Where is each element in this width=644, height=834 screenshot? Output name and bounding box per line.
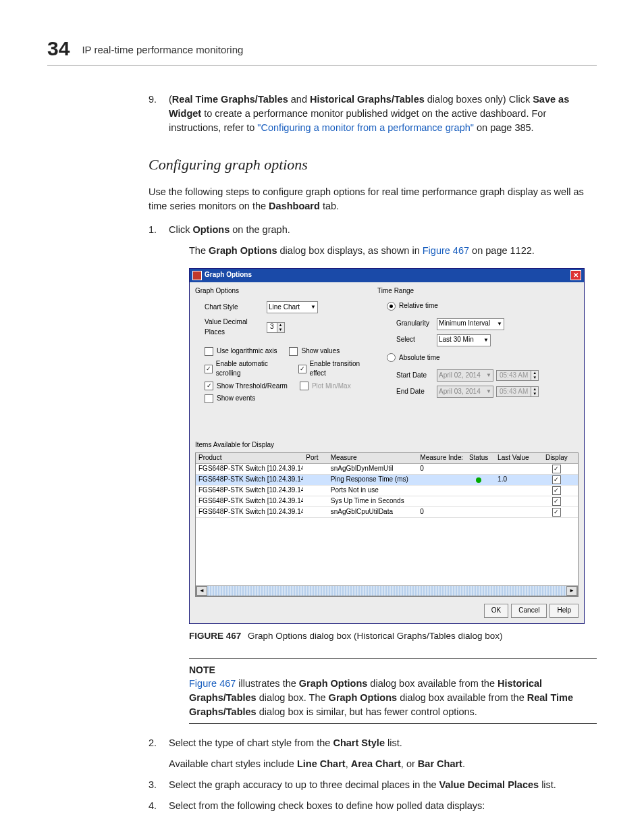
range-select[interactable]: Last 30 Min ▼ xyxy=(437,334,491,346)
spinner-arrows-icon: ▲▼ xyxy=(531,371,538,380)
figure-link[interactable]: Figure 467 xyxy=(423,245,469,256)
chevron-down-icon: ▼ xyxy=(483,336,489,344)
cell-product: FGS648P-STK Switch [10.24.39.149] xyxy=(196,486,303,496)
chart-style-select[interactable]: Line Chart ▼ xyxy=(267,301,318,313)
text: , xyxy=(346,758,351,769)
cell-display xyxy=(541,465,572,473)
bold-text: Bar Chart xyxy=(418,758,462,769)
value-decimal-places-spinner[interactable]: 3 ▲▼ xyxy=(267,322,285,333)
help-button[interactable]: Help xyxy=(549,604,579,618)
cell-measure-index: 0 xyxy=(417,464,462,474)
display-checkbox[interactable] xyxy=(552,475,561,484)
text: Click xyxy=(169,224,192,235)
plot-minmax-checkbox xyxy=(300,382,308,390)
display-checkbox[interactable] xyxy=(552,465,561,473)
ok-button[interactable]: OK xyxy=(484,604,508,618)
value-decimal-places-label: Value Decimal Places xyxy=(205,317,267,337)
enable-transition-checkbox[interactable] xyxy=(298,365,306,373)
table-row[interactable]: FGS648P-STK Switch [10.24.39.149]Ports N… xyxy=(196,486,578,496)
items-available-label: Items Available for Display xyxy=(195,440,579,450)
text: , or xyxy=(401,758,418,769)
radio-label: Absolute time xyxy=(399,353,440,363)
cell-status xyxy=(462,477,495,483)
granularity-label: Granularity xyxy=(396,319,437,329)
step-number: 1. xyxy=(149,223,157,237)
cell-product: FGS648P-STK Switch [10.24.39.149] xyxy=(196,496,303,506)
scroll-right-icon[interactable]: ► xyxy=(566,586,577,596)
cell-product: FGS648P-STK Switch [10.24.39.149] xyxy=(196,475,303,485)
note-block: NOTE Figure 467 illustrates the Graph Op… xyxy=(189,658,597,724)
close-icon[interactable]: ✕ xyxy=(570,270,581,280)
display-checkbox[interactable] xyxy=(552,497,561,506)
chevron-down-icon: ▼ xyxy=(497,320,502,328)
end-date-value: April 03, 2014 xyxy=(439,387,481,397)
cell-measure: Ports Not in use xyxy=(328,486,418,496)
cell-display xyxy=(541,497,572,506)
end-date-field: April 03, 2014 ▼ xyxy=(437,386,493,398)
table-row[interactable]: FGS648P-STK Switch [10.24.39.149]Ping Re… xyxy=(196,475,578,486)
items-grid: Product Port Measure Measure Index Statu… xyxy=(195,452,579,597)
page-header: 34 IP real-time performance monitoring xyxy=(47,34,597,66)
text: on the graph. xyxy=(230,224,290,235)
start-date-field: April 02, 2014 ▼ xyxy=(437,369,493,382)
end-time-value: 05:43 AM xyxy=(497,387,531,396)
bold-text: Historical Graphs/Tables xyxy=(310,94,425,105)
figure-link[interactable]: Figure 467 xyxy=(189,678,236,689)
text: dialog box available from the xyxy=(367,678,498,689)
cancel-button[interactable]: Cancel xyxy=(511,604,547,618)
checkbox-label: Enable transition effect xyxy=(310,359,371,379)
table-row[interactable]: FGS648P-STK Switch [10.24.39.149]snAgGbl… xyxy=(196,507,578,518)
step-9: 9. (Real Time Graphs/Tables and Historic… xyxy=(149,93,597,135)
horizontal-scrollbar[interactable]: ◄ ► xyxy=(196,585,578,596)
display-checkbox[interactable] xyxy=(552,508,561,517)
relative-time-radio[interactable] xyxy=(387,302,396,311)
cross-reference-link[interactable]: "Configuring a monitor from a performanc… xyxy=(257,122,474,133)
show-values-checkbox[interactable] xyxy=(289,347,298,356)
checkbox-label: Enable automatic scrolling xyxy=(216,359,286,379)
text: on page 1122. xyxy=(469,245,535,256)
use-logarithmic-checkbox[interactable] xyxy=(205,347,213,356)
scroll-left-icon[interactable]: ◄ xyxy=(196,586,207,596)
step-3: 3. Select the graph accuracy to up to th… xyxy=(149,778,597,792)
bold-text: Options xyxy=(192,224,230,235)
chart-style-label: Chart Style xyxy=(205,303,267,313)
checkbox-label: Show Threshold/Rearm xyxy=(217,382,288,392)
end-time-spinner: 05:43 AM ▲▼ xyxy=(496,386,539,397)
intro-paragraph: Use the following steps to configure gra… xyxy=(149,185,597,213)
enable-autoscroll-checkbox[interactable] xyxy=(205,365,213,373)
text: dialog boxes only) Click xyxy=(425,94,533,105)
text: Use the following steps to configure gra… xyxy=(149,186,584,211)
step-1-sub: The Graph Options dialog box displays, a… xyxy=(169,244,597,258)
chevron-down-icon: ▼ xyxy=(486,371,491,380)
time-range-label: Time Range xyxy=(377,286,579,296)
col-measure-index[interactable]: Measure Index xyxy=(417,453,462,463)
display-checkbox[interactable] xyxy=(552,486,561,495)
step-1: 1. Click Options on the graph. The Graph… xyxy=(149,223,597,724)
radio-label: Relative time xyxy=(399,301,438,311)
cell-measure: Sys Up Time in Seconds xyxy=(328,496,418,506)
checkbox-label: Show values xyxy=(301,346,340,357)
col-measure[interactable]: Measure xyxy=(328,453,418,463)
show-events-checkbox[interactable] xyxy=(205,394,213,403)
table-row[interactable]: FGS648P-STK Switch [10.24.39.149]snAgGbl… xyxy=(196,464,578,475)
spinner-arrows-icon[interactable]: ▲▼ xyxy=(277,323,284,332)
col-product[interactable]: Product xyxy=(196,453,303,463)
step-2-sub: Available chart styles include Line Char… xyxy=(169,757,597,771)
end-date-label: End Date xyxy=(396,387,437,397)
col-port[interactable]: Port xyxy=(303,453,327,463)
col-status[interactable]: Status xyxy=(462,453,495,463)
text: Select the type of chart style from the xyxy=(169,737,333,748)
text: Available chart styles include xyxy=(169,758,297,769)
start-time-spinner: 05:43 AM ▲▼ xyxy=(496,370,539,381)
text: list. xyxy=(385,737,402,748)
granularity-value: Minimum Interval xyxy=(439,319,490,329)
absolute-time-radio[interactable] xyxy=(387,353,396,362)
step-number: 9. xyxy=(149,93,157,107)
figure-text: Graph Options dialog box (Historical Gra… xyxy=(248,631,502,641)
show-threshold-checkbox[interactable] xyxy=(205,382,213,390)
app-icon xyxy=(192,271,202,280)
table-row[interactable]: FGS648P-STK Switch [10.24.39.149]Sys Up … xyxy=(196,496,578,507)
col-last-value[interactable]: Last Value xyxy=(495,453,541,463)
granularity-select[interactable]: Minimum Interval ▼ xyxy=(437,318,504,330)
col-display[interactable]: Display xyxy=(541,453,572,463)
